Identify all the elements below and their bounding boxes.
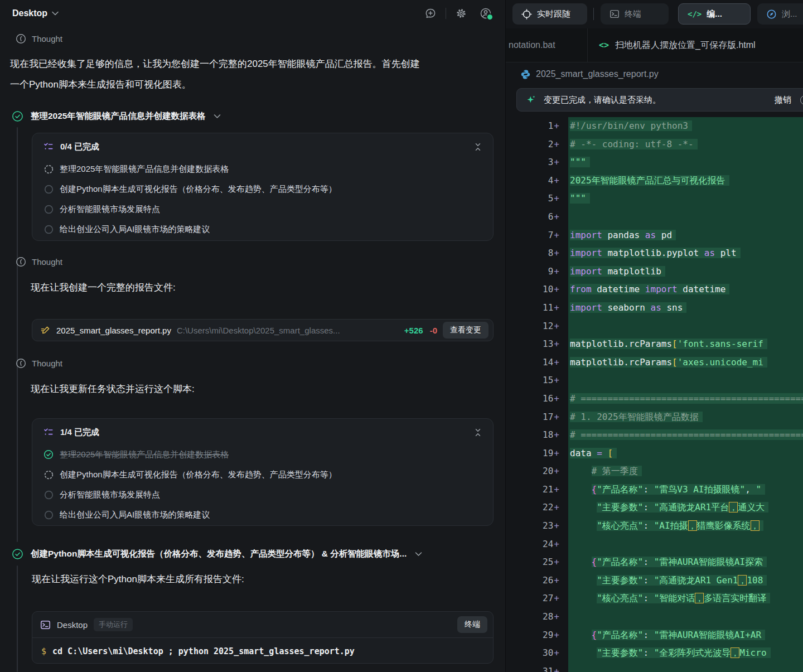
code-line: 25+ {"产品名称": "雷神AURA智能眼镜AI探索 xyxy=(506,553,803,572)
code-line: 11+import seaborn as sns xyxy=(506,299,803,317)
collapse-icon[interactable] xyxy=(474,143,482,151)
code-line: 29+ {"产品名称": "雷神AURA智能眼镜AI+AR xyxy=(506,626,803,645)
code-line: 30+ "主要参数": "全彩阵列式光波导，Micro xyxy=(506,644,803,663)
task-item[interactable]: 给出创业公司入局AI眼镜市场的策略建议 xyxy=(43,505,482,525)
code-line: 23+ "核心亮点": "AI拍摄，猎鹰影像系统， xyxy=(506,517,803,535)
changed-file-path: C:\Users\mi\Desktop\2025_smart_glasses..… xyxy=(177,326,399,335)
code-line: 18+# ===================================… xyxy=(506,426,803,444)
online-status-dot xyxy=(486,13,494,21)
code-line: 21+ {"产品名称": "雷鸟V3 AI拍摄眼镜", " xyxy=(506,481,803,499)
task-item[interactable]: 分析智能眼镜市场发展特点 xyxy=(43,485,482,505)
thought-icon xyxy=(16,358,26,369)
step-header-plan[interactable]: 整理2025年智能眼镜产品信息并创建数据表格 xyxy=(12,109,221,123)
workspace-panel: 实时跟随 终端 </> 编... 浏... xyxy=(505,0,803,672)
thought-label: Thought xyxy=(32,34,62,43)
header-divider xyxy=(446,8,446,19)
code-line: 1+#!/usr/bin/env python3 xyxy=(506,117,803,136)
open-terminal-button[interactable]: 终端 xyxy=(457,616,487,633)
task-item[interactable]: 给出创业公司入局AI眼镜市场的策略建议 xyxy=(43,219,482,239)
code-icon: </> xyxy=(688,9,702,18)
code-line: 5+""" xyxy=(506,190,803,208)
code-line: 31+ xyxy=(506,663,803,672)
chevron-down-icon[interactable] xyxy=(214,114,221,119)
step-title: 整理2025年智能眼镜产品信息并创建数据表格 xyxy=(31,110,205,122)
code-line: 3+""" xyxy=(506,153,803,172)
check-circle-icon xyxy=(43,449,54,460)
toolbar-divider xyxy=(593,8,594,20)
account-avatar-icon[interactable] xyxy=(478,6,493,21)
code-line: 24+ xyxy=(506,535,803,554)
tab-editor[interactable]: </> 编... xyxy=(678,3,751,25)
collapse-icon[interactable] xyxy=(474,428,482,437)
code-line: 2+# -*- coding: utf-8 -*- xyxy=(506,136,803,154)
file-change-row[interactable]: 2025_smart_glasses_report.py C:\Users\mi… xyxy=(32,319,494,341)
changes-notice-bar: 变更已完成，请确认是否采纳。 撤销 xyxy=(516,88,803,112)
thought-label: Thought xyxy=(32,257,62,267)
code-line: 7+import pandas as pd xyxy=(506,226,803,245)
code-line: 13+matplotlib.rcParams['font.sans-serif xyxy=(506,335,803,354)
settings-gear-icon[interactable] xyxy=(454,6,468,21)
terminal-command-line[interactable]: $ cd C:\Users\mi\Desktop ; python 2025_s… xyxy=(32,638,493,664)
task-item-text: 给出创业公司入局AI眼镜市场的策略建议 xyxy=(60,510,210,520)
tab-terminal[interactable]: 终端 xyxy=(601,3,669,25)
assistant-message-line: 现在我已经收集了足够的信息，让我为您创建一个完整的2025年智能眼镜产品汇总报告… xyxy=(10,54,494,74)
code-lines: 1+#!/usr/bin/env python32+# -*- coding: … xyxy=(506,117,803,672)
shell-prompt: $ xyxy=(41,646,46,656)
code-line: 10+from datetime import datetime xyxy=(506,281,803,299)
workspace-toolbar: 实时跟随 终端 </> 编... 浏... xyxy=(506,3,803,25)
chevron-down-icon[interactable] xyxy=(52,11,59,16)
assistant-message-line: 一个Python脚本来生成报告和可视化图表。 xyxy=(10,74,494,95)
accept-icon[interactable] xyxy=(800,95,803,105)
spinner-icon xyxy=(43,164,54,174)
terminal-icon xyxy=(609,9,620,19)
task-item-text: 给出创业公司入局AI眼镜市场的策略建议 xyxy=(60,224,210,235)
workspace-title[interactable]: Desktop xyxy=(12,8,47,18)
circle-todo-icon xyxy=(43,204,54,214)
task-item[interactable]: 分析智能眼镜市场发展特点 xyxy=(43,199,482,219)
new-chat-icon[interactable] xyxy=(423,6,438,21)
circle-todo-icon xyxy=(43,224,54,234)
code-line: 4+2025年智能眼镜产品汇总与可视化报告 xyxy=(506,172,803,190)
editor-tabbar: notation.bat <> 扫地机器人摆放位置_可保存版.html xyxy=(506,28,803,62)
assistant-message: 现在让我创建一个完整的报告文件: xyxy=(31,281,176,295)
task-item-text: 分析智能眼镜市场发展特点 xyxy=(60,204,160,215)
compass-icon xyxy=(766,9,777,20)
code-line: 8+import matplotlib.pyplot as plt xyxy=(506,244,803,263)
tab-label: 扫地机器人摆放位置_可保存版.html xyxy=(615,40,756,51)
tab-browser[interactable]: 浏... xyxy=(757,3,803,25)
code-editor[interactable]: 1+#!/usr/bin/env python32+# -*- coding: … xyxy=(506,117,803,672)
task-card-header: 0/4 已完成 xyxy=(43,139,482,154)
assistant-message: 现在让我更新任务状态并运行这个脚本: xyxy=(31,382,195,397)
terminal-icon xyxy=(40,620,51,630)
code-line: 12+ xyxy=(506,317,803,336)
code-line: 15+ xyxy=(506,371,803,390)
assistant-message: 现在让我运行这个Python脚本来生成所有报告文件: xyxy=(32,572,244,587)
circle-todo-icon xyxy=(43,510,54,520)
chevron-down-icon[interactable] xyxy=(415,552,422,557)
code-line: 6+ xyxy=(506,208,803,226)
sparkle-icon xyxy=(525,94,536,105)
thought-row: Thought xyxy=(16,255,62,268)
step-header-run[interactable]: 创建Python脚本生成可视化报告（价格分布、发布趋势、产品类型分布等） & 分… xyxy=(12,547,422,560)
task-item[interactable]: 创建Python脚本生成可视化报告（价格分布、发布趋势、产品类型分布等） xyxy=(43,179,482,199)
view-changes-button[interactable]: 查看变更 xyxy=(443,322,488,339)
task-item[interactable]: 整理2025年智能眼镜产品信息并创建数据表格 xyxy=(43,159,482,179)
task-item[interactable]: 整理2025年智能眼镜产品信息并创建数据表格 xyxy=(43,444,482,465)
task-item[interactable]: 创建Python脚本生成可视化报告（价格分布、发布趋势、产品类型分布等） xyxy=(43,465,482,485)
code-line: 19+data = [ xyxy=(506,444,803,463)
checklist-icon xyxy=(43,142,54,152)
check-circle-icon xyxy=(12,110,23,122)
tab-live-follow[interactable]: 实时跟随 xyxy=(512,3,587,25)
thought-label: Thought xyxy=(32,359,62,368)
circle-todo-icon xyxy=(43,184,54,194)
tab-label: 实时跟随 xyxy=(537,9,570,20)
file-tab-html[interactable]: <> 扫地机器人摆放位置_可保存版.html xyxy=(588,40,767,51)
code-line: 9+import matplotlib xyxy=(506,263,803,281)
undo-button[interactable]: 撤销 xyxy=(775,95,791,105)
check-circle-icon xyxy=(12,548,23,560)
terminal-host-label: Desktop xyxy=(57,620,88,630)
task-progress-label: 0/4 已完成 xyxy=(60,142,99,152)
file-tab-bat[interactable]: notation.bat xyxy=(506,40,587,50)
task-item-text: 分析智能眼镜市场发展特点 xyxy=(60,490,160,500)
editor-breadcrumb[interactable]: 2025_smart_glasses_report.py xyxy=(506,62,803,86)
